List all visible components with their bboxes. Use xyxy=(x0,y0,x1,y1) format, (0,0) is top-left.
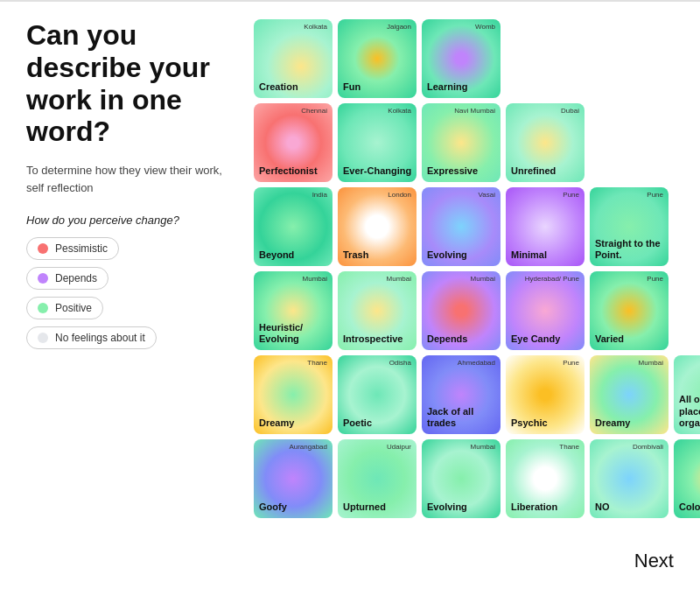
card[interactable]: KolkataCreation xyxy=(254,19,332,98)
card[interactable]: DubaiColourful xyxy=(674,439,700,518)
card[interactable]: Navi MumbaiExpressive xyxy=(422,103,500,182)
card-word-label: Liberation xyxy=(511,501,557,513)
card[interactable]: ThaneDreamy xyxy=(254,355,332,434)
card-city: Pune xyxy=(563,191,579,200)
card-word-label: Ever-Changing xyxy=(343,165,411,177)
card-word-label: Varied xyxy=(595,333,624,345)
radio-label: Positive xyxy=(55,302,92,314)
radio-item[interactable]: Depends xyxy=(26,267,108,290)
card-city: Thane xyxy=(559,443,579,452)
card-city: London xyxy=(388,191,411,200)
card-city: Odisha xyxy=(389,359,411,368)
radio-item[interactable]: Pessimistic xyxy=(26,237,119,260)
card[interactable]: ChennaiPerfectionist xyxy=(254,103,332,182)
card-row: ThaneDreamyOdishaPoeticAhmedabadJack of … xyxy=(254,355,700,434)
card[interactable]: Hyderabad/ PuneEye Candy xyxy=(506,271,584,350)
card-word-label: Learning xyxy=(427,81,467,93)
card-city: Mumbai xyxy=(387,275,411,284)
card-word-label: Minimal xyxy=(511,249,547,261)
card[interactable]: IndiaBeyond xyxy=(254,187,332,266)
card-city: Pune xyxy=(563,359,579,368)
card[interactable]: JalgaonFun xyxy=(338,19,416,98)
card-city: Aurangabad xyxy=(289,443,327,452)
card[interactable]: MumbaiAll over the place but organised xyxy=(674,355,700,434)
card[interactable]: PunePsychic xyxy=(506,355,584,434)
question-label: How do you perceive change? xyxy=(26,214,236,227)
card-word-label: Beyond xyxy=(259,249,294,261)
card-city: Mumbai xyxy=(471,275,495,284)
card[interactable]: MumbaiDepends xyxy=(422,271,500,350)
card-city: Dombivali xyxy=(633,443,663,452)
card[interactable]: KolkataEver-Changing xyxy=(338,103,416,182)
card-word-label: Expressive xyxy=(427,165,478,177)
radio-label: No feelings about it xyxy=(55,332,145,344)
card-city: Ahmedabad xyxy=(458,359,495,368)
card-row: MumbaiHeuristic/ EvolvingMumbaiIntrospec… xyxy=(254,271,700,350)
card-word-label: Creation xyxy=(259,81,298,93)
card[interactable]: ThaneLiberation xyxy=(506,439,584,518)
card-word-label: Evolving xyxy=(427,501,467,513)
card-city: Pune xyxy=(647,191,663,200)
card[interactable]: LondonTrash xyxy=(338,187,416,266)
card-word-label: Fun xyxy=(343,81,360,93)
card-word-label: Perfectionist xyxy=(259,165,318,177)
card-word-label: Psychic xyxy=(511,417,548,429)
card[interactable]: VasaiEvolving xyxy=(422,187,500,266)
card[interactable]: UdaipurUpturned xyxy=(338,439,416,518)
card-word-label: Straight to the Point. xyxy=(595,238,668,261)
card-row: ChennaiPerfectionistKolkataEver-Changing… xyxy=(254,103,700,182)
card-city: Mumbai xyxy=(471,443,495,452)
radio-item[interactable]: Positive xyxy=(26,297,103,319)
page-title: Can you describe your work in one word? xyxy=(26,19,236,148)
radio-group: PessimisticDependsPositiveNo feelings ab… xyxy=(26,237,236,349)
radio-item[interactable]: No feelings about it xyxy=(26,326,157,349)
card-row: AurangabadGoofyUdaipurUpturnedMumbaiEvol… xyxy=(254,439,700,518)
card-city: Chennai xyxy=(301,107,327,116)
card-city: Mumbai xyxy=(303,275,327,284)
card[interactable]: DubaiUnrefined xyxy=(506,103,584,182)
card-word-label: Poetic xyxy=(343,417,372,429)
card-city: Pune xyxy=(647,275,663,284)
card-city: Mumbai xyxy=(639,359,663,368)
card-city: Womb xyxy=(475,23,495,32)
card[interactable]: AhmedabadJack of all trades xyxy=(422,355,500,434)
card-word-label: Dreamy xyxy=(259,417,294,429)
radio-dot xyxy=(38,333,48,343)
card[interactable]: OdishaPoetic xyxy=(338,355,416,434)
card-word-label: Dreamy xyxy=(595,417,630,429)
card[interactable]: MumbaiEvolving xyxy=(422,439,500,518)
card-city: Thane xyxy=(307,359,327,368)
card-city: Dubai xyxy=(561,107,579,116)
card-city: Hyderabad/ Pune xyxy=(525,275,579,284)
card[interactable]: PuneVaried xyxy=(590,271,668,350)
next-button[interactable]: Next xyxy=(634,550,674,572)
subtitle: To determine how they view their work, s… xyxy=(26,162,236,196)
left-panel: Can you describe your work in one word? … xyxy=(26,19,236,523)
card-word-label: Jack of all trades xyxy=(427,406,500,429)
card-word-label: Colourful xyxy=(679,501,700,513)
card-row: KolkataCreationJalgaonFunWombLearning xyxy=(254,19,700,98)
card[interactable]: AurangabadGoofy xyxy=(254,439,332,518)
card-word-label: Trash xyxy=(343,249,368,261)
radio-label: Pessimistic xyxy=(55,242,108,255)
card[interactable]: MumbaiIntrospective xyxy=(338,271,416,350)
card[interactable]: MumbaiDreamy xyxy=(590,355,668,434)
card-city: Kolkata xyxy=(388,107,411,116)
radio-dot xyxy=(38,243,48,254)
card-city: India xyxy=(312,191,327,200)
next-btn-container: Next xyxy=(0,541,700,590)
card-city: Navi Mumbai xyxy=(454,107,495,116)
card-word-label: All over the place but organised xyxy=(679,394,700,429)
card-city: Jalgaon xyxy=(387,23,411,32)
card-word-label: Depends xyxy=(427,333,467,345)
card[interactable]: PuneStraight to the Point. xyxy=(590,187,668,266)
card[interactable]: WombLearning xyxy=(422,19,500,98)
card[interactable]: MumbaiHeuristic/ Evolving xyxy=(254,271,332,350)
card-word-label: Evolving xyxy=(427,249,467,261)
card[interactable]: DombivaliNO xyxy=(590,439,668,518)
radio-dot xyxy=(38,303,48,313)
card[interactable]: PuneMinimal xyxy=(506,187,584,266)
card-word-label: Eye Candy xyxy=(511,333,560,345)
right-panel: KolkataCreationJalgaonFunWombLearningChe… xyxy=(254,19,700,523)
card-word-label: Heuristic/ Evolving xyxy=(259,322,332,345)
